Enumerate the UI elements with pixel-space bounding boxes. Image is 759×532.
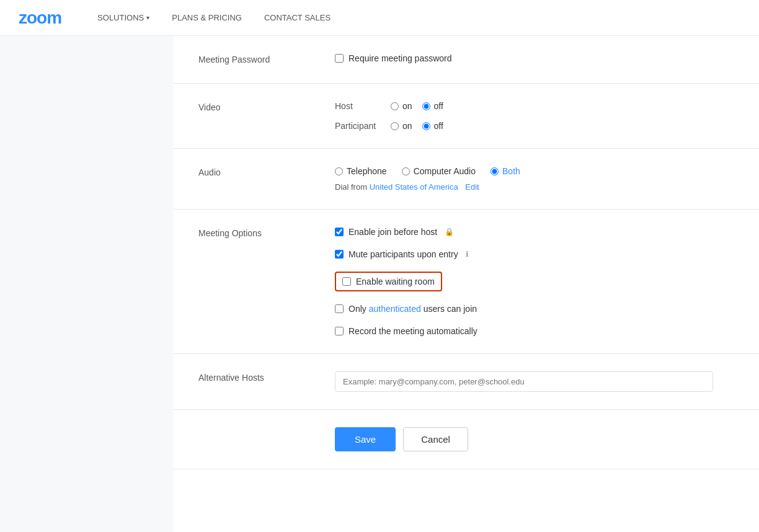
main-content: Meeting Password Require meeting passwor…: [174, 36, 759, 532]
meeting-password-content: Require meeting password: [335, 53, 734, 66]
audio-content: Telephone Computer Audio Both Dial from …: [335, 166, 734, 192]
participant-on-label[interactable]: on: [402, 121, 412, 131]
video-participant-row: Participant on off: [335, 121, 734, 131]
telephone-option: Telephone: [335, 166, 387, 176]
dial-from-row: Dial from United States of America Edit: [335, 182, 734, 192]
meeting-password-label: Meeting Password: [198, 53, 335, 64]
host-off-label[interactable]: off: [434, 101, 443, 111]
join-before-host-label[interactable]: Enable join before host: [348, 227, 437, 237]
waiting-room-label[interactable]: Enable waiting room: [356, 277, 435, 286]
audio-options-row: Telephone Computer Audio Both: [335, 166, 734, 176]
participant-on-option: on: [391, 121, 412, 131]
participant-label: Participant: [335, 121, 391, 131]
button-row: Save Cancel: [174, 410, 759, 469]
computer-audio-option: Computer Audio: [402, 166, 476, 176]
alternative-hosts-label: Alternative Hosts: [198, 371, 335, 383]
host-video-off-radio[interactable]: [422, 102, 430, 110]
video-section: Video Host on off Participant on: [174, 84, 759, 149]
join-before-host-row: Enable join before host 🔒: [335, 227, 734, 237]
computer-audio-label[interactable]: Computer Audio: [414, 166, 476, 176]
waiting-room-checkbox[interactable]: [342, 277, 351, 286]
participant-video-on-radio[interactable]: [391, 122, 399, 130]
audio-label: Audio: [198, 166, 335, 177]
nav-plans-pricing[interactable]: PLANS & PRICING: [161, 0, 253, 36]
join-before-host-checkbox[interactable]: [335, 228, 344, 236]
host-video-on-radio[interactable]: [391, 102, 399, 110]
waiting-room-highlight: Enable waiting room: [335, 272, 442, 291]
sidebar: [0, 36, 174, 532]
authenticated-users-label[interactable]: Only authenticated users can join: [348, 304, 477, 314]
logo: zoom: [19, 8, 61, 28]
nav-solutions[interactable]: SOLUTIONS ▾: [86, 0, 161, 36]
require-password-row: Require meeting password: [335, 53, 734, 63]
both-audio-label[interactable]: Both: [502, 166, 520, 176]
require-password-checkbox-label[interactable]: Require meeting password: [348, 53, 452, 63]
info-icon: ℹ: [466, 250, 469, 259]
host-on-option: on: [391, 101, 412, 111]
video-content: Host on off Participant on off: [335, 101, 734, 131]
dial-from-text: Dial from: [335, 182, 370, 192]
host-label: Host: [335, 101, 391, 111]
alternative-hosts-content: [335, 371, 734, 392]
telephone-radio[interactable]: [335, 167, 343, 175]
mute-participants-checkbox[interactable]: [335, 250, 344, 259]
both-audio-radio[interactable]: [490, 167, 499, 175]
edit-link[interactable]: Edit: [465, 182, 479, 192]
telephone-label[interactable]: Telephone: [347, 166, 387, 176]
header: zoom SOLUTIONS ▾ PLANS & PRICING CONTACT…: [0, 0, 759, 36]
meeting-options-label: Meeting Options: [198, 227, 335, 238]
require-password-checkbox[interactable]: [335, 54, 344, 63]
participant-off-label[interactable]: off: [434, 121, 443, 131]
record-automatically-row: Record the meeting automatically: [335, 326, 734, 336]
both-audio-option: Both: [490, 166, 520, 176]
lock-icon: 🔒: [445, 228, 454, 236]
nav-contact-sales[interactable]: CONTACT SALES: [253, 0, 342, 36]
alternative-hosts-input[interactable]: [335, 371, 713, 392]
computer-audio-radio[interactable]: [402, 167, 410, 175]
host-off-option: off: [422, 101, 443, 111]
mute-participants-row: Mute participants upon entry ℹ: [335, 249, 734, 259]
authenticated-users-row: Only authenticated users can join: [335, 304, 734, 314]
alternative-hosts-section: Alternative Hosts: [174, 354, 759, 410]
chevron-down-icon: ▾: [146, 14, 149, 21]
save-button[interactable]: Save: [335, 427, 396, 451]
record-automatically-checkbox[interactable]: [335, 327, 344, 335]
cancel-button[interactable]: Cancel: [403, 427, 468, 451]
meeting-password-section: Meeting Password Require meeting passwor…: [174, 36, 759, 84]
meeting-options-section: Meeting Options Enable join before host …: [174, 210, 759, 354]
audio-section: Audio Telephone Computer Audio Both Dial…: [174, 149, 759, 210]
nav: SOLUTIONS ▾ PLANS & PRICING CONTACT SALE…: [86, 0, 342, 36]
meeting-options-content: Enable join before host 🔒 Mute participa…: [335, 227, 734, 336]
waiting-room-row: Enable waiting room: [335, 272, 734, 291]
mute-participants-label[interactable]: Mute participants upon entry: [348, 249, 458, 259]
dial-from-link[interactable]: United States of America: [370, 182, 458, 192]
authenticated-users-checkbox[interactable]: [335, 304, 344, 313]
participant-off-option: off: [422, 121, 443, 131]
record-automatically-label[interactable]: Record the meeting automatically: [348, 326, 477, 336]
video-label: Video: [198, 101, 335, 112]
video-host-row: Host on off: [335, 101, 734, 111]
participant-video-off-radio[interactable]: [422, 122, 430, 130]
host-on-label[interactable]: on: [402, 101, 412, 111]
